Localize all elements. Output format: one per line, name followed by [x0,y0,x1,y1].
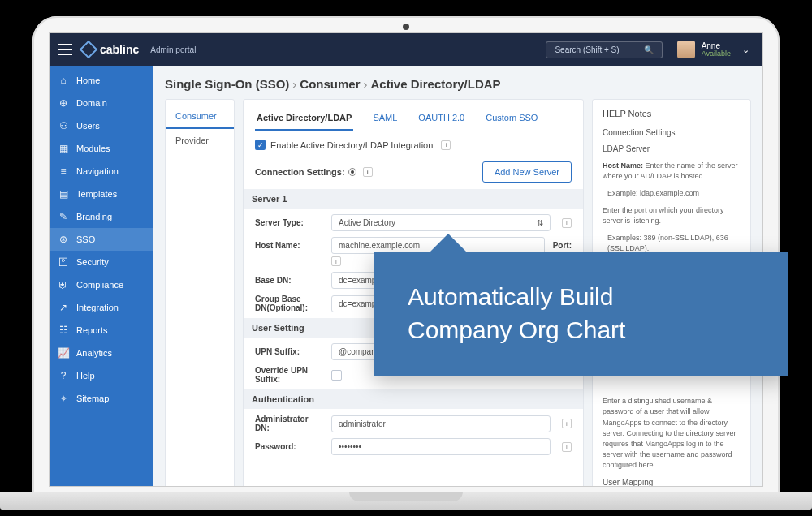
home-icon: ⌂ [58,75,69,86]
marketing-overlay: Automatically Build Company Org Chart [374,252,788,376]
sidebar-item-security[interactable]: ⚿Security [50,251,153,273]
radio-icon[interactable] [348,168,356,176]
admin-dn-label: Administrator DN: [255,415,323,432]
user-menu[interactable]: Anne Available ⌄ [672,41,754,58]
sidebar-item-help[interactable]: ?Help [50,364,153,387]
enable-label: Enable Active Directory/LDAP Integration [270,140,433,150]
help-port: Enter the port on which your directory s… [603,205,741,226]
users-icon: ⚇ [58,120,69,131]
password-input[interactable] [331,438,551,455]
help-user-mapping: User Mapping [603,477,741,486]
sidebar-item-domain[interactable]: ⊕Domain [50,92,153,114]
sidebar-item-reports[interactable]: ☷Reports [50,319,153,342]
template-icon: ▤ [58,188,69,200]
overlay-line2: Company Org Chart [408,314,754,347]
laptop-notch [349,492,463,501]
avatar [677,41,695,58]
tab-oauth[interactable]: OAUTH 2.0 [417,108,466,131]
conn-settings-label: Connection Settings: [255,167,345,177]
menu-icon[interactable] [58,44,72,55]
sidebar: ⌂Home ⊕Domain ⚇Users ▦Modules ≡Navigatio… [50,66,153,486]
brush-icon: ✎ [58,211,69,222]
server-type-label: Server Type: [255,218,323,227]
search-icon: 🔍 [644,45,654,54]
user-name: Anne [702,41,731,50]
user-status: Available [702,50,731,58]
server-type-select[interactable]: Active Directory⇅ [331,214,551,231]
key-icon: ⚿ [58,256,69,268]
sidebar-item-home[interactable]: ⌂Home [50,69,153,92]
help-auth: Enter a distinguished username & passwor… [603,396,741,470]
reports-icon: ☷ [58,325,69,336]
sidebar-item-sso[interactable]: ⊛SSO [50,228,153,251]
info-icon[interactable]: i [562,218,572,228]
add-server-button[interactable]: Add New Server [482,161,572,183]
brand-logo[interactable]: cablinc [82,43,139,56]
port-label: Port: [553,241,572,250]
enable-checkbox[interactable]: ✓ [255,140,266,150]
sidebar-item-users[interactable]: ⚇Users [50,114,153,137]
override-upn-label: Override UPN Suffix: [255,366,323,384]
chart-icon: 📈 [58,347,69,359]
help-subtitle: Connection Settings [603,127,741,140]
sidebar-item-sitemap[interactable]: ⌖Sitemap [50,387,153,410]
help-icon: ? [58,370,69,381]
camera-dot [403,24,409,30]
tab-adldap[interactable]: Active Directory/LDAP [255,108,353,131]
sso-icon: ⊛ [58,234,69,245]
sidebar-item-analytics[interactable]: 📈Analytics [50,342,153,364]
password-label: Password: [255,442,323,451]
sidebar-item-compliance[interactable]: ⛨Compliance [50,273,153,296]
sidebar-item-modules[interactable]: ▦Modules [50,137,153,160]
breadcrumb: Single Sign-On (SSO)›Consumer›Active Dir… [165,77,751,91]
auth-header: Authentication [244,389,583,409]
admin-dn-input[interactable] [331,415,551,432]
info-icon[interactable]: i [363,167,373,177]
provider-tab[interactable]: Provider [166,129,234,152]
select-arrows-icon: ⇅ [537,218,543,227]
override-upn-checkbox[interactable] [331,370,342,381]
sidebar-item-templates[interactable]: ▤Templates [50,183,153,205]
tab-saml[interactable]: SAML [371,108,399,131]
consumer-tab[interactable]: Consumer [166,105,234,129]
help-ex-host: Example: ldap.example.com [607,188,741,199]
info-icon[interactable]: i [331,256,341,266]
sidebar-item-branding[interactable]: ✎Branding [50,205,153,228]
tab-custom[interactable]: Custom SSO [484,108,539,131]
help-title: HELP Notes [603,108,741,121]
grid-icon: ▦ [58,143,69,154]
host-label: Host Name: [255,241,323,250]
shield-icon: ⛨ [58,279,69,290]
info-icon[interactable]: i [441,140,451,150]
topbar: cablinc Admin portal Search (Shift + S) … [50,33,762,66]
brand-text: cablinc [100,43,139,56]
sitemap-icon: ⌖ [58,393,69,404]
groupdn-label: Group Base DN(Optional): [255,295,323,312]
search-input[interactable]: Search (Shift + S) 🔍 [546,41,662,58]
logo-diamond-icon [80,41,98,59]
help-ldap-server: LDAP Server [603,144,741,156]
search-placeholder: Search (Shift + S) [555,45,619,54]
upn-label: UPN Suffix: [255,347,323,356]
overlay-line1: Automatically Build [408,281,754,314]
integration-icon: ↗ [58,302,69,313]
sso-role-panel: Consumer Provider [165,99,235,486]
auth-tabs: Active Directory/LDAP SAML OAUTH 2.0 Cus… [255,108,572,131]
info-icon[interactable]: i [562,419,572,428]
globe-icon: ⊕ [58,97,69,109]
server1-header: Server 1 [244,189,583,209]
portal-label: Admin portal [150,45,196,54]
sidebar-item-integration[interactable]: ↗Integration [50,296,153,319]
sidebar-item-navigation[interactable]: ≡Navigation [50,160,153,183]
chevron-down-icon: ⌄ [742,45,749,55]
list-icon: ≡ [58,166,69,177]
basedn-label: Base DN: [255,276,323,285]
info-icon[interactable]: i [562,442,572,452]
